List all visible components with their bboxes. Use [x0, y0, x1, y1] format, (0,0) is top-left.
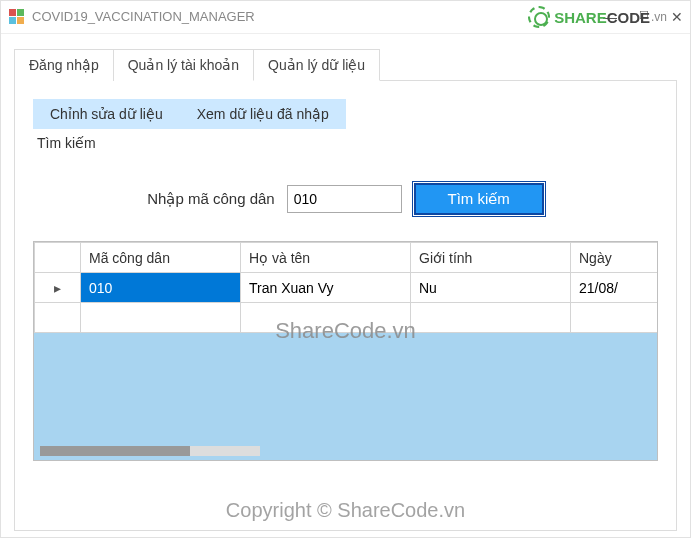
search-label: Nhập mã công dân [147, 190, 274, 208]
new-row-indicator [35, 303, 81, 333]
col-header-date[interactable]: Ngày [571, 243, 658, 273]
new-cell[interactable] [81, 303, 241, 333]
cell-gender[interactable]: Nu [411, 273, 571, 303]
watermark-copyright: Copyright © ShareCode.vn [226, 499, 465, 522]
col-header-id[interactable]: Mã công dân [81, 243, 241, 273]
search-row: Nhập mã công dân Tìm kiếm [33, 183, 658, 215]
sub-tabs: Chỉnh sửa dữ liệu Xem dữ liệu đã nhập [33, 99, 658, 129]
close-button[interactable]: ✕ [671, 9, 683, 25]
tab-panel: Chỉnh sửa dữ liệu Xem dữ liệu đã nhập Tì… [14, 81, 677, 531]
row-indicator-icon: ▸ [35, 273, 81, 303]
citizen-id-input[interactable] [287, 185, 402, 213]
main-tabs: Đăng nhập Quản lý tài khoản Quản lý dữ l… [14, 48, 677, 81]
new-cell[interactable] [241, 303, 411, 333]
tab-data[interactable]: Quản lý dữ liệu [253, 49, 380, 81]
new-cell[interactable] [411, 303, 571, 333]
app-icon [8, 9, 24, 25]
window-title: COVID19_VACCINATION_MANAGER [32, 9, 255, 24]
section-label-search: Tìm kiếm [33, 129, 658, 151]
tab-login[interactable]: Đăng nhập [14, 49, 114, 81]
subtab-view-data[interactable]: Xem dữ liệu đã nhập [180, 99, 346, 129]
data-grid[interactable]: Mã công dân Họ và tên Giới tính Ngày ▸ 0… [33, 241, 658, 461]
col-header-gender[interactable]: Giới tính [411, 243, 571, 273]
search-button[interactable]: Tìm kiếm [414, 183, 544, 215]
col-header-name[interactable]: Họ và tên [241, 243, 411, 273]
new-cell[interactable] [571, 303, 658, 333]
new-row[interactable] [35, 303, 658, 333]
grid-empty-area [34, 333, 657, 460]
table-row[interactable]: ▸ 010 Tran Xuan Vy Nu 21/08/ [35, 273, 658, 303]
subtab-edit-data[interactable]: Chỉnh sửa dữ liệu [33, 99, 180, 129]
horizontal-scrollbar[interactable] [40, 446, 260, 456]
tab-accounts[interactable]: Quản lý tài khoản [113, 49, 254, 81]
watermark-logo: SHARECODE.vn [528, 6, 667, 28]
grid-header-row: Mã công dân Họ và tên Giới tính Ngày [35, 243, 658, 273]
cell-date[interactable]: 21/08/ [571, 273, 658, 303]
logo-icon [528, 6, 550, 28]
grid-corner [35, 243, 81, 273]
cell-id[interactable]: 010 [81, 273, 241, 303]
cell-name[interactable]: Tran Xuan Vy [241, 273, 411, 303]
